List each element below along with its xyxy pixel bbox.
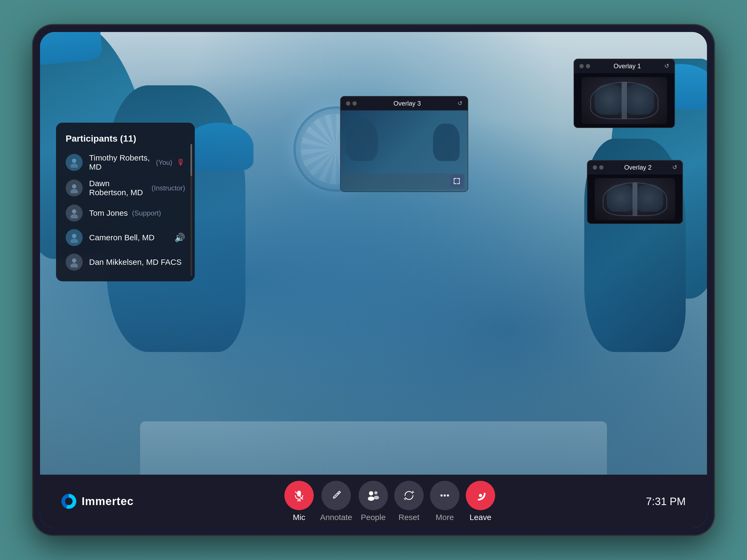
logo-area: Immertec [61, 494, 134, 509]
svg-point-20 [440, 495, 443, 497]
overlay-panel-2: Overlay 2 ↺ [587, 160, 683, 224]
overlay-expand-button[interactable] [450, 175, 463, 188]
participant-item: Timothy Roberts, MD (You) 🎙 [66, 153, 185, 171]
svg-point-17 [374, 496, 379, 500]
annotate-button-circle[interactable] [321, 481, 351, 510]
reset-button-circle[interactable] [394, 481, 424, 510]
xray-ribs-2 [603, 182, 667, 216]
logo-circle-outer [61, 494, 76, 509]
participant-list: Timothy Roberts, MD (You) 🎙 [66, 153, 185, 271]
overlay-panel-3: Overlay 3 ↺ [340, 96, 468, 192]
overlay-header-dots-2 [593, 165, 603, 169]
avatar-img-4 [66, 229, 83, 246]
mic-button[interactable]: Mic [284, 481, 314, 522]
screen: Overlay 1 ↺ [40, 32, 707, 528]
mic-button-label: Mic [293, 513, 306, 522]
avatar-img-3 [66, 205, 83, 221]
svg-point-8 [72, 259, 76, 263]
participant-info-2: Dawn Robertson, MD (Instructor) [89, 179, 185, 197]
participants-title: Participants (11) [66, 133, 185, 144]
more-button[interactable]: More [430, 481, 459, 522]
reset-button[interactable]: Reset [394, 481, 424, 522]
svg-point-14 [369, 491, 373, 496]
participant-name-5: Dan Mikkelsen, MD FACS [89, 258, 182, 267]
device-frame: Overlay 1 ↺ [32, 24, 715, 536]
svg-point-21 [444, 495, 446, 497]
participant-item: Dawn Robertson, MD (Instructor) [66, 179, 185, 197]
people-button-circle[interactable] [359, 481, 388, 510]
xray-chest-2 [595, 178, 675, 220]
people-button-label: People [361, 513, 386, 522]
overlay-2-xray-content [588, 175, 682, 224]
overlay-1-header: Overlay 1 ↺ [574, 59, 674, 73]
avatar-img-5 [66, 254, 83, 271]
xray-image-1 [582, 77, 667, 124]
participant-item: Cameron Bell, MD 🔊 [66, 229, 185, 246]
svg-point-6 [72, 234, 76, 238]
participant-info-5: Dan Mikkelsen, MD FACS [89, 258, 185, 267]
annotate-button-label: Annotate [320, 513, 352, 522]
participant-info-4: Cameron Bell, MD 🔊 [89, 233, 185, 243]
overlay-dot [346, 101, 350, 106]
participant-item: Dan Mikkelsen, MD FACS [66, 254, 185, 271]
more-button-circle[interactable] [430, 481, 459, 510]
leave-button-label: Leave [469, 513, 491, 522]
reset-button-label: Reset [398, 513, 419, 522]
svg-marker-19 [404, 499, 406, 500]
svg-marker-18 [412, 491, 414, 492]
overlay-2-label: Overlay 2 [624, 164, 652, 171]
toolbar: Immertec Mic [40, 475, 707, 528]
overlay-3-video-content [341, 110, 468, 192]
svg-point-23 [478, 494, 483, 498]
svg-point-9 [71, 263, 78, 267]
speaking-icon-4: 🔊 [175, 233, 185, 243]
logo-icon [61, 494, 76, 509]
overlay-dot [579, 64, 584, 68]
svg-point-3 [71, 189, 78, 193]
overlay-dot [353, 101, 357, 106]
overlay-header-dots-1 [579, 64, 590, 68]
time-display: 7:31 PM [646, 496, 686, 507]
participant-avatar-3 [66, 205, 83, 221]
xray-ribs-1 [590, 82, 659, 119]
participant-role-1: (You) [156, 158, 172, 167]
participant-name-1: Timothy Roberts, MD [89, 153, 152, 171]
app-name-label: Immertec [82, 495, 134, 508]
svg-point-16 [374, 491, 378, 495]
svg-point-15 [368, 497, 374, 501]
annotate-button[interactable]: Annotate [320, 481, 352, 522]
leave-button-circle[interactable] [466, 481, 495, 510]
leave-button[interactable]: Leave [466, 481, 495, 522]
overlay-2-header: Overlay 2 ↺ [588, 161, 682, 175]
participant-avatar-2 [66, 180, 83, 196]
participant-role-2: (Instructor) [152, 184, 185, 192]
xray-image-2 [595, 178, 675, 220]
overlay-1-label: Overlay 1 [614, 62, 641, 70]
participant-info-3: Tom Jones (Support) [89, 209, 185, 218]
participants-panel: Participants (11) Timothy Roberts, MD [56, 123, 195, 281]
overlay-3-label: Overlay 3 [393, 100, 421, 107]
participant-info-1: Timothy Roberts, MD (You) 🎙 [89, 153, 185, 171]
participant-avatar-1 [66, 154, 83, 171]
overlay-3-header: Overlay 3 ↺ [341, 97, 468, 110]
panel-scrollbar-thumb[interactable] [190, 144, 192, 176]
overlay-dot [593, 165, 597, 169]
overlay-1-refresh-icon[interactable]: ↺ [664, 63, 669, 70]
svg-point-1 [71, 163, 78, 168]
overlay-dot [599, 165, 603, 169]
participant-role-3: (Support) [132, 209, 161, 217]
more-button-label: More [436, 513, 454, 522]
mic-button-circle[interactable] [284, 481, 314, 510]
overlay-2-refresh-icon[interactable]: ↺ [672, 164, 677, 171]
svg-point-7 [71, 239, 78, 243]
people-button[interactable]: People [359, 481, 388, 522]
participant-name-2: Dawn Robertson, MD [89, 179, 147, 197]
overlay-3-refresh-icon[interactable]: ↺ [458, 100, 462, 107]
participant-avatar-4 [66, 229, 83, 246]
overlay-1-xray-content [574, 73, 674, 128]
panel-scrollbar-track [190, 144, 192, 276]
overlay-header-dots-3 [346, 101, 357, 106]
overlay-panel-1: Overlay 1 ↺ [573, 59, 675, 128]
svg-point-4 [72, 209, 76, 214]
participant-name-3: Tom Jones [89, 209, 128, 218]
